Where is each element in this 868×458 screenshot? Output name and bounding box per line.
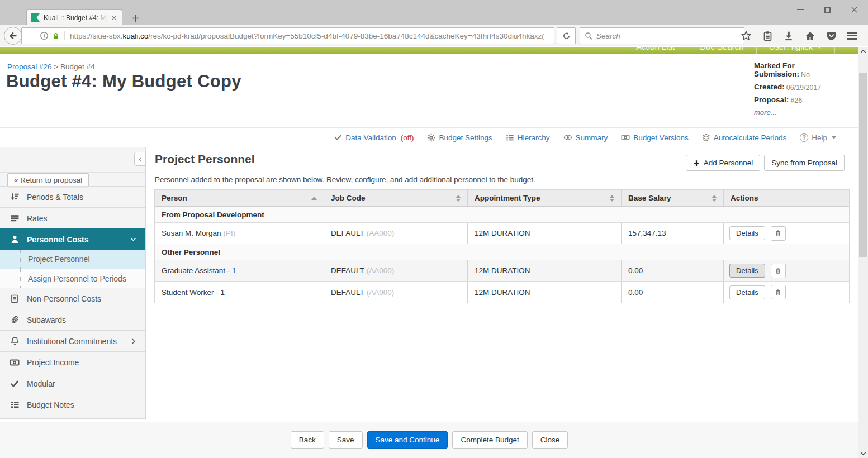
sidebar-item-subawards[interactable]: Subawards — [0, 309, 145, 330]
column-header-job-code[interactable]: Job Code — [324, 190, 467, 206]
action-list-link[interactable]: Action List — [624, 47, 687, 54]
sort-icon — [712, 195, 717, 202]
sidebar-collapse-button[interactable]: ‹ — [134, 152, 146, 166]
back-button[interactable]: Back — [291, 431, 324, 449]
menu-hamburger-icon[interactable] — [846, 30, 858, 42]
sidebar-item-project-income[interactable]: Project Income — [0, 351, 145, 373]
chevron-down-icon — [130, 236, 137, 243]
scrollbar-thumb[interactable] — [859, 73, 867, 257]
pocket-icon[interactable] — [825, 30, 837, 42]
browser-navbar: https://siue-sbx.kuali.co/res/kc-pd-krad… — [0, 25, 868, 46]
kuali-favicon-icon — [31, 13, 40, 22]
browser-tab[interactable]: Kuali :: Budget #4: My Budge — [26, 9, 122, 25]
more-link[interactable]: more... — [754, 108, 776, 117]
bell-icon — [10, 336, 20, 346]
scrollbar-down-arrow[interactable] — [858, 449, 868, 458]
created-label: Created: — [754, 83, 785, 91]
proposal-label: Proposal: — [754, 96, 789, 104]
return-to-proposal-button[interactable]: « Return to proposal — [7, 173, 89, 187]
new-tab-button[interactable] — [127, 12, 143, 24]
details-button[interactable]: Details — [729, 264, 765, 278]
window-controls — [792, 2, 862, 17]
budget-settings-button[interactable]: Budget Settings — [427, 133, 492, 142]
budget-sidebar: ‹ « Return to proposal Periods & Totals — [0, 147, 146, 419]
breadcrumb: Proposal #26 > Budget #4 — [7, 63, 95, 71]
table-row-student-worker: Student Worker - 1 DEFAULT(AA000) 12M DU… — [155, 282, 849, 303]
table-row-graduate-assistant: Graduate Assistant - 1 DEFAULT(AA000) 12… — [155, 260, 849, 282]
layers-icon — [702, 133, 710, 142]
sidebar-item-personnel-costs[interactable]: Personnel Costs — [0, 228, 145, 250]
close-button[interactable]: Close — [532, 431, 568, 449]
downloads-icon[interactable] — [782, 30, 795, 42]
page-info-icon[interactable] — [40, 31, 49, 40]
sidebar-nav-list: Periods & Totals Rates Personnel Costs — [0, 186, 145, 415]
autocalculate-periods-button[interactable]: Autocalculate Periods — [702, 133, 787, 142]
browser-search-box[interactable] — [580, 27, 744, 44]
add-personnel-button[interactable]: Add Personnel — [686, 155, 761, 171]
user-menu[interactable]: User: nglick — [757, 47, 835, 54]
url-text[interactable]: https://siue-sbx.kuali.co/res/kc-pd-krad… — [70, 32, 544, 40]
details-button[interactable]: Details — [729, 285, 765, 299]
reload-button[interactable] — [557, 27, 576, 44]
sidebar-item-periods-totals[interactable]: Periods & Totals — [0, 186, 145, 207]
plus-icon — [693, 160, 700, 166]
toolbar-icons — [740, 27, 858, 44]
column-header-person[interactable]: Person — [155, 190, 324, 206]
check-icon — [10, 379, 20, 388]
help-icon: ? — [800, 133, 808, 142]
sidebar-item-rates[interactable]: Rates — [0, 207, 145, 228]
caret-down-icon — [817, 47, 822, 49]
window-minimize-button[interactable] — [792, 2, 809, 17]
sidebar-item-assign-personnel[interactable]: Assign Personnel to Periods — [0, 269, 145, 288]
sidebar-item-modular[interactable]: Modular — [0, 373, 145, 394]
tab-title: Kuali :: Budget #4: My Budge — [44, 14, 109, 22]
hierarchy-button[interactable]: Hierarchy — [506, 133, 550, 142]
sidebar-item-non-personnel-costs[interactable]: Non-Personnel Costs — [0, 288, 145, 309]
delete-button[interactable] — [771, 285, 786, 299]
kuali-page: Proposal #26 > Budget #4 Budget #4: My B… — [0, 54, 858, 422]
gear-icon — [427, 133, 435, 142]
details-button[interactable]: Details — [729, 226, 765, 240]
data-validation-button[interactable]: Data Validation (off) — [334, 133, 414, 142]
table-group-row-proposal-development: From Proposal Development — [155, 207, 849, 223]
bookmarks-clipboard-icon[interactable] — [761, 30, 774, 42]
caret-down-icon — [832, 136, 836, 139]
sync-from-proposal-button[interactable]: Sync from Proposal — [764, 155, 845, 171]
doc-search-link[interactable]: Doc Search — [687, 47, 756, 54]
sort-icon — [610, 195, 614, 202]
person-icon — [10, 235, 20, 244]
column-header-appointment-type[interactable]: Appointment Type — [467, 190, 621, 206]
save-and-continue-button[interactable]: Save and Continue — [367, 431, 448, 449]
bookmark-star-icon[interactable] — [740, 30, 752, 42]
kuali-portal-bar: Action List Doc Search User: nglick — [0, 47, 858, 54]
home-icon[interactable] — [804, 30, 816, 42]
sidebar-item-budget-notes[interactable]: Budget Notes — [0, 394, 145, 415]
summary-button[interactable]: Summary — [563, 133, 608, 142]
save-button[interactable]: Save — [329, 431, 363, 449]
back-navigation-button[interactable] — [4, 27, 22, 45]
browser-window: Kuali :: Budget #4: My Budge — [0, 0, 868, 458]
complete-budget-button[interactable]: Complete Budget — [452, 431, 527, 449]
window-close-button[interactable] — [846, 2, 862, 17]
delete-button[interactable] — [771, 264, 786, 278]
delete-button[interactable] — [771, 226, 786, 241]
created-value: 06/19/2017 — [786, 84, 822, 92]
help-menu-button[interactable]: ? Help — [800, 133, 836, 142]
document-icon — [10, 294, 20, 303]
window-maximize-button[interactable] — [819, 2, 836, 17]
budget-versions-button[interactable]: Budget Versions — [621, 133, 688, 142]
search-icon — [585, 32, 592, 40]
scrollbar-up-arrow[interactable] — [858, 47, 868, 56]
url-bar[interactable]: https://siue-sbx.kuali.co/res/kc-pd-krad… — [21, 27, 554, 44]
browser-scrollbar[interactable] — [858, 47, 868, 458]
hierarchy-list-icon — [506, 133, 514, 142]
column-header-base-salary[interactable]: Base Salary — [621, 190, 723, 206]
sidebar-item-project-personnel[interactable]: Project Personnel — [0, 250, 145, 269]
proposal-value: #26 — [790, 97, 802, 104]
sidebar-item-institutional-commitments[interactable]: Institutional Commitments — [0, 330, 145, 351]
https-lock-icon[interactable] — [52, 32, 60, 40]
breadcrumb-proposal-link[interactable]: Proposal #26 — [7, 63, 52, 71]
page-title: Budget #4: My Budget Copy — [6, 71, 241, 92]
search-input[interactable] — [596, 32, 739, 40]
tab-close-icon[interactable] — [109, 13, 118, 22]
